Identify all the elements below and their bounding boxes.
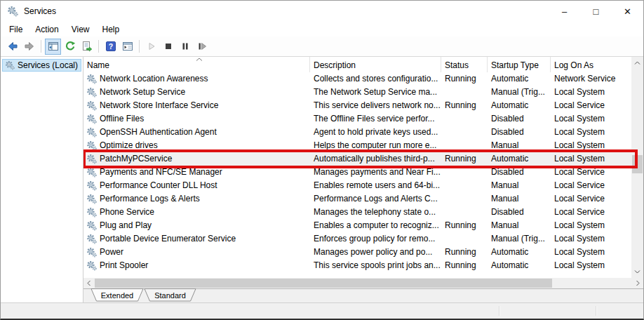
horizontal-scrollbar-thumb[interactable] — [95, 279, 552, 288]
scroll-up-arrow-icon[interactable] — [631, 57, 643, 69]
tab-extended[interactable]: Extended — [91, 289, 143, 302]
service-description: Manages the telephony state o... — [310, 206, 441, 219]
service-log-on-as: Local System — [551, 126, 631, 139]
service-description: Enables a computer to recogniz... — [310, 219, 441, 232]
services-list-pane: Name Description Status Startup Type Log… — [83, 57, 643, 302]
status-bar — [1, 302, 643, 319]
close-button[interactable]: ✕ — [612, 1, 643, 22]
service-startup-type: Automatic — [488, 246, 551, 259]
service-log-on-as: Local Service — [551, 99, 631, 112]
service-gear-icon — [86, 114, 97, 124]
service-log-on-as: Local System — [551, 232, 631, 246]
service-startup-type: Manual (Trig... — [488, 232, 551, 246]
menu-file[interactable]: File — [3, 22, 29, 36]
service-startup-type: Manual — [488, 192, 551, 206]
help-button[interactable]: ? — [102, 39, 119, 55]
services-window: Services – □ ✕ File Action View Help — [0, 0, 644, 320]
service-description: Collects and stores configuratio... — [310, 72, 441, 86]
tab-standard-label[interactable]: Standard — [154, 291, 186, 300]
service-status — [441, 179, 488, 192]
service-startup-type: Disabled — [488, 126, 551, 139]
service-log-on-as: Local System — [551, 219, 631, 232]
table-row[interactable]: Plug and PlayEnables a computer to recog… — [83, 219, 631, 232]
show-console-tree-button[interactable] — [45, 39, 61, 55]
service-startup-type: Automatic — [488, 99, 551, 112]
service-gear-icon — [86, 74, 97, 84]
column-header-description[interactable]: Description — [310, 57, 441, 72]
service-status — [441, 166, 488, 179]
service-log-on-as: Network Service — [551, 72, 631, 86]
table-row[interactable]: PowerManages power policy and po...Runni… — [83, 246, 631, 259]
horizontal-scrollbar[interactable] — [83, 278, 643, 288]
service-startup-type: Manual — [488, 219, 551, 232]
service-log-on-as: Local System — [551, 112, 631, 126]
service-name: Power — [100, 246, 123, 259]
service-status — [441, 112, 488, 126]
console-tree-icon — [48, 41, 59, 52]
start-service-button[interactable] — [143, 39, 159, 55]
table-row[interactable]: Network Store Interface ServiceThis serv… — [83, 99, 631, 112]
tab-extended-label[interactable]: Extended — [101, 291, 133, 300]
service-description: This service delivers network no... — [310, 99, 441, 112]
table-row[interactable]: Network Setup ServiceThe Network Setup S… — [83, 86, 631, 99]
menu-action[interactable]: Action — [29, 22, 65, 36]
table-row[interactable]: Offline FilesThe Offline Files service p… — [83, 112, 631, 126]
pause-service-button[interactable] — [177, 39, 193, 55]
table-row[interactable]: Network Location AwarenessCollects and s… — [83, 72, 631, 86]
service-startup-type: Disabled — [488, 206, 551, 219]
menu-help[interactable]: Help — [96, 22, 126, 36]
column-header-startup-type[interactable]: Startup Type — [488, 57, 551, 72]
services-app-icon — [7, 6, 18, 17]
service-gear-icon — [86, 100, 97, 111]
menu-view[interactable]: View — [65, 22, 96, 36]
status-bar-separator — [596, 306, 597, 316]
restart-icon — [196, 41, 208, 52]
table-row-highlighted[interactable]: PatchMyPCServiceAutomatically publishes … — [83, 152, 631, 166]
forward-button[interactable] — [21, 39, 37, 55]
scroll-left-arrow-icon[interactable] — [83, 278, 94, 288]
service-name: Phone Service — [100, 206, 154, 219]
maximize-button[interactable]: □ — [580, 1, 612, 22]
menu-bar: File Action View Help — [1, 22, 643, 36]
show-action-pane-button[interactable] — [119, 39, 135, 55]
service-name: Network Store Interface Service — [100, 99, 218, 112]
table-row[interactable]: Portable Device Enumerator ServiceEnforc… — [83, 232, 631, 246]
vertical-scrollbar-thumb[interactable] — [632, 155, 643, 173]
service-gear-icon — [86, 247, 97, 258]
table-row[interactable]: OpenSSH Authentication AgentAgent to hol… — [83, 126, 631, 139]
minimize-button[interactable]: – — [549, 1, 580, 22]
table-row[interactable]: Print SpoolerThis service spools print j… — [83, 259, 631, 272]
help-icon: ? — [105, 41, 116, 52]
table-row[interactable]: Performance Logs & AlertsPerformance Log… — [83, 192, 631, 206]
sidebar-item-label: Services (Local) — [18, 60, 78, 70]
back-arrow-icon — [7, 41, 18, 52]
refresh-button[interactable] — [62, 39, 78, 55]
table-row[interactable]: Payments and NFC/SE ManagerManages payme… — [83, 166, 631, 179]
service-gear-icon — [86, 180, 97, 191]
scroll-down-arrow-icon[interactable] — [631, 266, 643, 278]
table-row[interactable]: Phone ServiceManages the telephony state… — [83, 206, 631, 219]
service-gear-icon — [86, 194, 97, 204]
column-header-status[interactable]: Status — [441, 57, 488, 72]
column-header-log-on-as[interactable]: Log On As — [551, 57, 631, 72]
export-list-button[interactable] — [79, 39, 95, 55]
table-row[interactable]: Performance Counter DLL HostEnables remo… — [83, 179, 631, 192]
rows-container: Network Location AwarenessCollects and s… — [83, 72, 631, 272]
back-button[interactable] — [4, 39, 20, 55]
service-log-on-as: Local System — [551, 86, 631, 99]
service-startup-type: Automatic — [488, 152, 551, 166]
service-description: The Offline Files service perfor... — [310, 112, 441, 126]
service-status — [441, 139, 488, 152]
service-description: Performance Logs and Alerts C... — [310, 192, 441, 206]
sidebar-item-services-local[interactable]: Services (Local) — [2, 59, 81, 72]
restart-service-button[interactable] — [194, 39, 210, 55]
toolbar: ? — [1, 36, 643, 57]
stop-service-button[interactable] — [160, 39, 176, 55]
tab-standard[interactable]: Standard — [145, 289, 196, 302]
table-row[interactable]: Optimize drivesHelps the computer run mo… — [83, 139, 631, 152]
export-list-icon — [81, 41, 93, 52]
service-log-on-as: Local Service — [551, 206, 631, 219]
vertical-scrollbar[interactable] — [631, 57, 643, 278]
scroll-right-arrow-icon[interactable] — [633, 278, 643, 288]
service-log-on-as: Local Service — [551, 192, 631, 206]
